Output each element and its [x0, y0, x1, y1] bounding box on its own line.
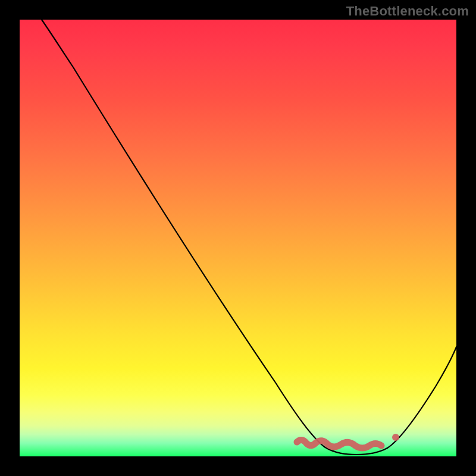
optimal-region-marker — [297, 440, 381, 448]
curve-layer — [20, 20, 456, 456]
chart-frame: TheBottleneck.com — [0, 0, 476, 476]
watermark-text: TheBottleneck.com — [346, 4, 469, 19]
plot-area — [20, 20, 456, 456]
optimal-end-dot — [392, 434, 399, 441]
bottleneck-curve — [42, 20, 456, 455]
